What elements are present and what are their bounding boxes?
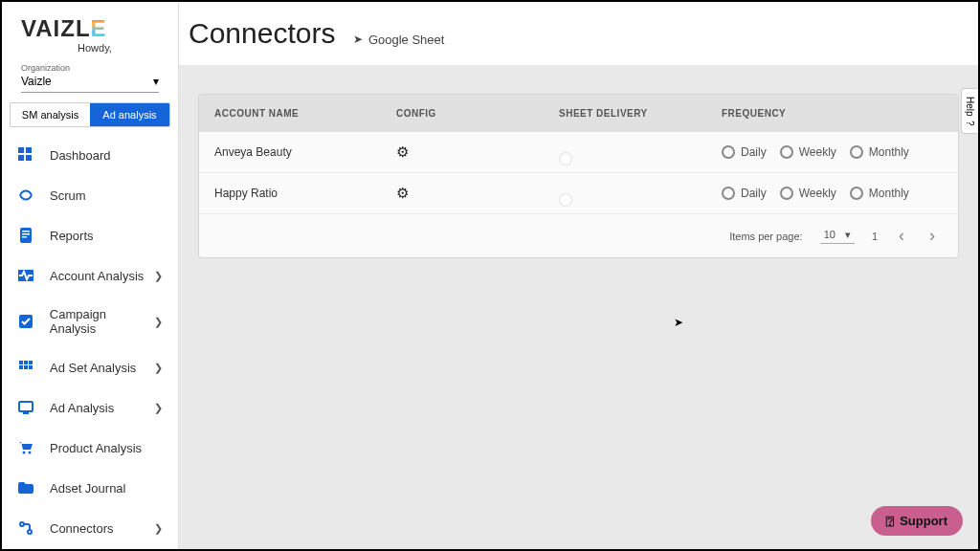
- nav-connectors[interactable]: Connectors ❯: [10, 508, 170, 548]
- svg-rect-13: [19, 365, 23, 369]
- gear-icon[interactable]: ⚙: [396, 185, 409, 201]
- next-page-button[interactable]: ›: [925, 226, 939, 246]
- question-icon: ?: [965, 121, 975, 126]
- radio-weekly[interactable]: Weekly: [780, 187, 836, 200]
- svg-point-21: [28, 530, 32, 534]
- svg-rect-16: [19, 402, 33, 411]
- breadcrumb-arrow-icon: ➤: [353, 33, 363, 46]
- svg-rect-15: [29, 365, 33, 369]
- svg-rect-0: [18, 147, 24, 153]
- items-per-page-label: Items per page:: [729, 231, 802, 242]
- radio-weekly[interactable]: Weekly: [780, 145, 836, 159]
- gear-icon[interactable]: ⚙: [396, 143, 409, 160]
- svg-rect-7: [22, 236, 27, 238]
- nav-reports[interactable]: Reports: [10, 215, 170, 255]
- analysis-tabs: SM analysis Ad analysis: [10, 102, 170, 127]
- nav-adset-journal[interactable]: Adset Journal: [10, 468, 170, 508]
- nav-campaign-analysis[interactable]: Campaign Analysis ❯: [10, 296, 170, 347]
- items-per-page-select[interactable]: 10 ▾: [820, 229, 855, 244]
- chevron-right-icon: ❯: [154, 316, 163, 328]
- radio-monthly[interactable]: Monthly: [850, 187, 909, 200]
- nav-product-analysis[interactable]: Product Analysis: [10, 428, 170, 468]
- svg-point-19: [29, 452, 32, 454]
- svg-rect-10: [19, 361, 23, 364]
- cell-account-name: Anveya Beauty: [214, 145, 396, 159]
- nav-adset-analysis[interactable]: Ad Set Analysis ❯: [10, 347, 170, 387]
- nav-settings[interactable]: Settings: [10, 548, 170, 549]
- breadcrumb: ➤ Google Sheet: [347, 33, 445, 47]
- th-delivery: SHEET DELIVERY: [559, 108, 722, 119]
- svg-rect-12: [29, 361, 33, 364]
- table-row: Happy Ratio ⚙ Daily Weekly Monthly: [199, 173, 958, 214]
- th-account-name: ACCOUNT NAME: [214, 108, 396, 119]
- dashboard-icon: [17, 146, 34, 164]
- logo: VAIZLE Howdy,: [2, 2, 178, 55]
- svg-rect-4: [20, 228, 32, 243]
- chevron-right-icon: ❯: [154, 402, 163, 414]
- nav-scrum[interactable]: Scrum: [10, 175, 170, 215]
- svg-rect-2: [18, 155, 24, 161]
- breadcrumb-item: Google Sheet: [368, 33, 445, 47]
- org-value: Vaizle: [21, 75, 52, 88]
- org-select[interactable]: Vaizle ▾: [21, 73, 159, 93]
- question-circle-icon: ⍰: [886, 514, 894, 528]
- pagination: Items per page: 10 ▾ 1 ‹ ›: [199, 214, 958, 257]
- radio-monthly[interactable]: Monthly: [850, 145, 909, 159]
- cart-icon: [17, 439, 34, 456]
- caret-down-icon: ▾: [153, 75, 159, 88]
- sidebar: VAIZLE Howdy, Organization Vaizle ▾ SM a…: [2, 2, 179, 549]
- svg-rect-6: [22, 233, 30, 235]
- scrum-icon: [17, 187, 34, 204]
- main-content: Connectors ➤ Google Sheet ACCOUNT NAME C…: [179, 2, 978, 549]
- svg-rect-5: [22, 231, 30, 232]
- chevron-right-icon: ❯: [154, 270, 163, 282]
- monitor-icon: [17, 399, 34, 416]
- help-tab[interactable]: Help ?: [961, 88, 978, 134]
- caret-down-icon: ▾: [845, 229, 851, 241]
- greeting: Howdy,: [21, 42, 168, 54]
- radio-daily[interactable]: Daily: [722, 145, 767, 159]
- reports-icon: [17, 227, 34, 244]
- org-label: Organization: [21, 63, 159, 73]
- th-frequency: FREQUENCY: [722, 108, 943, 119]
- nav-account-analysis[interactable]: Account Analysis ❯: [10, 255, 170, 296]
- connectors-table: ACCOUNT NAME CONFIG SHEET DELIVERY FREQU…: [198, 94, 959, 258]
- chevron-right-icon: ❯: [154, 362, 163, 374]
- support-button[interactable]: ⍰ Support: [871, 506, 963, 536]
- tab-sm-analysis[interactable]: SM analysis: [11, 103, 90, 126]
- nav-dashboard[interactable]: Dashboard: [10, 135, 170, 175]
- folder-icon: [17, 479, 34, 496]
- page-header: Connectors ➤ Google Sheet: [179, 2, 978, 65]
- cell-account-name: Happy Ratio: [214, 187, 396, 200]
- tab-ad-analysis[interactable]: Ad analysis: [90, 103, 169, 126]
- svg-rect-3: [26, 155, 32, 161]
- svg-rect-14: [24, 365, 28, 369]
- th-config: CONFIG: [396, 108, 559, 119]
- prev-page-button[interactable]: ‹: [895, 226, 908, 246]
- svg-point-18: [23, 452, 26, 454]
- radio-daily[interactable]: Daily: [722, 187, 767, 200]
- svg-rect-1: [26, 147, 32, 153]
- svg-point-20: [20, 522, 24, 526]
- pulse-icon: [17, 267, 34, 284]
- nav-ad-analysis[interactable]: Ad Analysis ❯: [10, 387, 170, 428]
- check-square-icon: [17, 313, 34, 330]
- svg-rect-11: [24, 361, 28, 364]
- grid-icon: [17, 359, 34, 376]
- page-number: 1: [872, 231, 878, 242]
- table-row: Anveya Beauty ⚙ Daily Weekly Monthly: [199, 132, 958, 173]
- page-title: Connectors: [189, 17, 335, 49]
- connectors-icon: [17, 519, 34, 537]
- chevron-right-icon: ❯: [154, 522, 163, 535]
